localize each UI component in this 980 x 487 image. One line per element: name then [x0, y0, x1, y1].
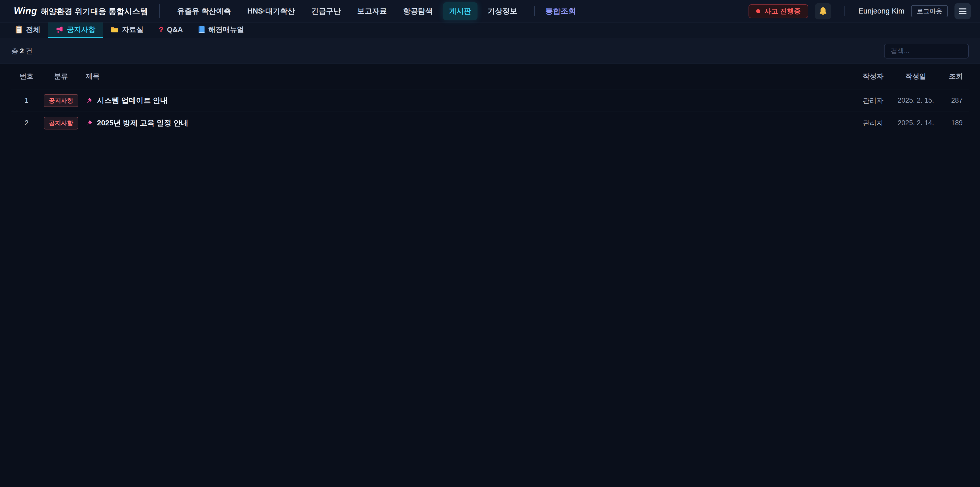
brand: Wing 해양환경 위기대응 통합시스템 — [14, 6, 148, 17]
total-prefix: 총 — [11, 47, 18, 55]
nav-item-integrated-search[interactable]: 통합조회 — [546, 6, 576, 16]
tab-qna-label: Q&A — [167, 26, 183, 34]
megaphone-icon — [56, 26, 63, 34]
total-suffix: 건 — [25, 47, 33, 55]
header-no: 번호 — [11, 72, 42, 81]
hamburger-icon — [959, 7, 966, 15]
clipboard-icon — [15, 26, 22, 34]
brand-nav-divider — [159, 4, 160, 18]
header-author: 작성자 — [854, 72, 892, 81]
board-tabbar: 전체 공지사항 자료실 ? Q&A 해경매뉴얼 — [0, 22, 980, 38]
nav-item-hns[interactable]: HNS·대기확산 — [241, 2, 301, 20]
search-input[interactable] — [884, 44, 969, 59]
brand-logo: Wing — [14, 6, 37, 16]
pin-icon — [86, 120, 93, 127]
row-title: 시스템 업데이트 안내 — [97, 96, 168, 106]
user-divider — [845, 6, 845, 16]
book-icon — [198, 26, 205, 34]
table-row[interactable]: 1 공지사항 시스템 업데이트 안내 관리자 2025. 2. 15. 287 — [11, 89, 969, 112]
board-toolbar: 총2건 — [0, 38, 980, 64]
tab-all[interactable]: 전체 — [8, 22, 48, 38]
board-header-row: 번호 분류 제목 작성자 작성일 조회 — [11, 64, 969, 89]
category-badge: 공지사항 — [44, 94, 78, 107]
tab-qna[interactable]: ? Q&A — [151, 22, 191, 38]
notice-board: 번호 분류 제목 작성자 작성일 조회 1 공지사항 시스템 업데이트 안내 관… — [0, 64, 980, 134]
tab-notices[interactable]: 공지사항 — [48, 22, 103, 38]
bell-icon — [819, 6, 827, 16]
row-author: 관리자 — [854, 118, 892, 128]
row-views: 287 — [939, 97, 969, 104]
row-author: 관리자 — [854, 96, 892, 105]
logout-button[interactable]: 로그아웃 — [911, 5, 948, 18]
nav-item-rescue[interactable]: 긴급구난 — [305, 2, 347, 20]
total-count-line: 총2건 — [11, 46, 33, 56]
total-count: 2 — [20, 47, 24, 55]
header-title: 제목 — [80, 72, 854, 81]
pin-icon — [86, 97, 93, 104]
folder-icon — [111, 26, 118, 33]
tab-notices-label: 공지사항 — [67, 25, 95, 35]
header-category: 분류 — [42, 72, 80, 81]
brand-title: 해양환경 위기대응 통합시스템 — [41, 6, 148, 17]
question-icon: ? — [159, 25, 163, 34]
row-title-cell[interactable]: 시스템 업데이트 안내 — [80, 96, 854, 106]
row-no: 2 — [11, 119, 42, 127]
header-date: 작성일 — [892, 72, 939, 81]
top-bar: Wing 해양환경 위기대응 통합시스템 유출유 확산예측 HNS·대기확산 긴… — [0, 0, 980, 22]
tab-archive[interactable]: 자료실 — [103, 22, 151, 38]
row-date: 2025. 2. 15. — [892, 97, 939, 104]
tab-manual-label: 해경매뉴얼 — [208, 25, 244, 35]
tab-archive-label: 자료실 — [122, 25, 143, 35]
nav-item-aerial-search[interactable]: 항공탐색 — [397, 2, 439, 20]
category-badge: 공지사항 — [44, 117, 78, 129]
row-views: 189 — [939, 119, 969, 127]
row-date: 2025. 2. 14. — [892, 119, 939, 127]
user-name: Eunjeong Kim — [858, 7, 904, 15]
notification-button[interactable] — [815, 3, 831, 19]
nav-item-board[interactable]: 게시판 — [443, 2, 477, 20]
tab-all-label: 전체 — [26, 25, 40, 35]
incident-status-badge[interactable]: 사고 진행중 — [749, 4, 808, 18]
header-views: 조회 — [939, 72, 969, 81]
main-nav: 유출유 확산예측 HNS·대기확산 긴급구난 보고자료 항공탐색 게시판 기상정… — [171, 2, 576, 20]
nav-item-oil-spill[interactable]: 유출유 확산예측 — [171, 2, 237, 20]
nav-item-weather[interactable]: 기상정보 — [482, 2, 523, 20]
nav-secondary-divider — [534, 6, 535, 16]
topbar-right: 사고 진행중 Eunjeong Kim 로그아웃 — [749, 3, 971, 19]
table-row[interactable]: 2 공지사항 2025년 방제 교육 일정 안내 관리자 2025. 2. 14… — [11, 112, 969, 134]
row-category: 공지사항 — [42, 94, 80, 107]
menu-button[interactable] — [955, 3, 971, 19]
row-no: 1 — [11, 97, 42, 104]
row-title: 2025년 방제 교육 일정 안내 — [97, 118, 188, 128]
row-title-cell[interactable]: 2025년 방제 교육 일정 안내 — [80, 118, 854, 128]
tab-manual[interactable]: 해경매뉴얼 — [191, 22, 252, 38]
incident-badge-label: 사고 진행중 — [764, 6, 801, 16]
incident-dot-icon — [756, 9, 760, 13]
nav-item-reports[interactable]: 보고자료 — [351, 2, 393, 20]
row-category: 공지사항 — [42, 117, 80, 129]
